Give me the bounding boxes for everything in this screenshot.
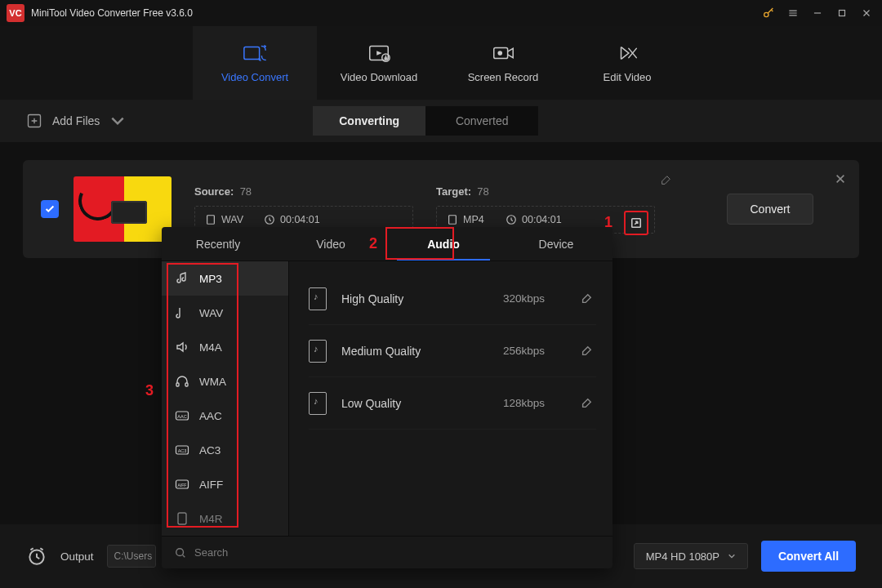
source-duration: 00:04:01 [280,214,320,225]
tab-video-download[interactable]: Video Download [317,26,441,100]
aiff-badge-icon: AIFF [175,477,189,492]
upgrade-key-icon[interactable] [756,2,781,24]
svg-point-6 [497,51,502,56]
edit-target-name-button[interactable] [660,175,671,186]
quality-file-icon [309,287,327,310]
quality-file-icon [309,392,327,415]
format-search-input[interactable]: Search [162,536,612,568]
status-segmented: Converting Converted [313,106,538,136]
minimize-button[interactable] [805,2,830,24]
format-item-aiff[interactable]: AIFF AIFF [162,467,288,501]
svg-rect-1 [840,11,845,16]
source-label: Source: 78 [194,185,413,198]
main-tabbar: Video Convert Video Download Screen Reco… [0,26,882,100]
toolbar: Add Files Converting Converted [0,100,882,142]
convert-all-button[interactable]: Convert All [761,541,856,572]
svg-text:AAC: AAC [177,414,186,419]
app-logo: VC [7,4,24,22]
file-icon [205,214,216,225]
file-icon [447,214,458,225]
target-label: Target: 78 [436,185,655,198]
panel-tab-audio[interactable]: Audio [387,227,500,261]
convert-button[interactable]: Convert [727,194,813,225]
edit-quality-button[interactable] [577,341,596,361]
annotation-number-2: 2 [369,235,377,252]
speaker-icon [175,340,189,354]
chevron-down-icon [728,552,736,560]
svg-point-22 [176,548,184,555]
titlebar: VC MiniTool Video Converter Free v3.6.0 [0,0,882,26]
chevron-down-icon [109,113,126,129]
schedule-icon[interactable] [26,546,47,567]
ac3-badge-icon: AC3 [175,443,189,457]
tab-label: Video Convert [221,71,288,83]
close-window-button[interactable] [854,2,879,24]
segment-converting[interactable]: Converting [313,106,425,136]
tab-edit-video[interactable]: Edit Video [565,26,689,100]
maximize-button[interactable] [830,2,854,24]
music-note-icon [175,271,189,286]
target-duration: 00:04:01 [522,214,562,225]
add-files-button[interactable]: Add Files [26,113,126,129]
output-path-field[interactable]: C:\Users [107,545,156,568]
quality-list: High Quality 320kbps Medium Quality 256k… [289,261,612,536]
tab-label: Edit Video [603,71,651,83]
svg-text:AIFF: AIFF [178,483,187,488]
headphones-icon [175,374,189,389]
clock-icon [506,214,517,225]
svg-point-0 [764,12,768,16]
source-format: WAV [221,214,243,225]
add-files-label: Add Files [52,114,100,127]
ringtone-icon [175,511,189,526]
tab-screen-record[interactable]: Screen Record [441,26,565,100]
quality-option-high[interactable]: High Quality 320kbps [309,273,596,325]
svg-rect-8 [207,215,215,224]
format-item-m4a[interactable]: M4A [162,330,288,364]
format-item-ac3[interactable]: AC3 AC3 [162,433,288,467]
panel-tab-device[interactable]: Device [500,227,612,261]
segment-converted[interactable]: Converted [425,106,538,136]
panel-tab-recently[interactable]: Recently [162,227,274,261]
svg-rect-14 [185,383,188,386]
annotation-number-1: 1 [604,214,612,231]
aac-badge-icon: AAC [175,408,189,423]
format-item-wav[interactable]: WAV [162,296,288,330]
format-list[interactable]: MP3 WAV M4A WMA AAC AAC AC3 AC3 [162,261,289,536]
quality-option-low[interactable]: Low Quality 128kbps [309,377,596,430]
item-checkbox[interactable] [41,200,59,218]
format-item-wma[interactable]: WMA [162,364,288,399]
format-item-aac[interactable]: AAC AAC [162,399,288,433]
search-icon [175,547,186,559]
format-picker-panel: Recently Video Audio Device MP3 WAV M4A … [162,227,612,568]
clock-icon [264,214,275,225]
format-item-m4r[interactable]: M4R [162,501,288,536]
annotation-number-3: 3 [145,382,154,399]
item-thumbnail [74,176,172,242]
format-item-mp3[interactable]: MP3 [162,261,288,296]
svg-text:AC3: AC3 [178,448,187,453]
app-title: MiniTool Video Converter Free v3.6.0 [31,7,193,19]
svg-rect-10 [449,215,457,224]
tab-label: Screen Record [468,71,539,83]
tab-video-convert[interactable]: Video Convert [193,26,317,100]
quality-file-icon [309,340,327,363]
output-label: Output [60,550,94,563]
output-preset-dropdown[interactable]: MP4 HD 1080P [634,543,748,569]
hamburger-menu-icon[interactable] [781,2,805,24]
target-format: MP4 [463,214,484,225]
remove-item-button[interactable] [835,173,846,185]
quality-option-medium[interactable]: Medium Quality 256kbps [309,325,596,377]
svg-rect-2 [244,47,260,59]
tab-label: Video Download [341,71,417,83]
change-target-format-button[interactable] [624,211,648,235]
svg-rect-13 [176,383,179,386]
svg-rect-21 [178,513,186,524]
edit-quality-button[interactable] [577,289,596,309]
edit-quality-button[interactable] [577,394,596,413]
music-note-icon [175,305,189,320]
